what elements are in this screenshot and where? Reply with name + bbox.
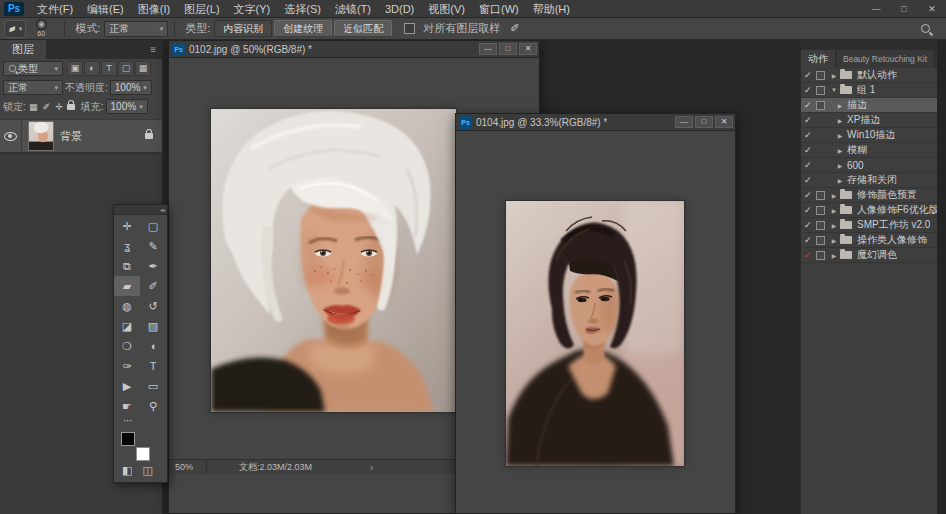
action-row[interactable]: ✓▶SMP工作坊 v2.0 bbox=[801, 218, 937, 233]
clone-stamp-tool-icon[interactable]: ◍ bbox=[114, 296, 140, 316]
menu-item[interactable]: 编辑(E) bbox=[80, 0, 131, 18]
doc-minimize-button[interactable]: — bbox=[675, 116, 693, 128]
action-dialog-toggle[interactable] bbox=[816, 251, 825, 260]
rectangular-marquee-tool-icon[interactable]: ▢ bbox=[140, 216, 166, 236]
action-check-icon[interactable]: ✓ bbox=[804, 70, 815, 80]
layer-filter-select[interactable]: 类型 ▾ bbox=[3, 61, 63, 76]
filter-smart-objects-icon[interactable]: ▦ bbox=[135, 61, 151, 76]
menu-item[interactable]: 选择(S) bbox=[277, 0, 328, 18]
filter-pixel-layers-icon[interactable]: ▣ bbox=[67, 61, 83, 76]
action-check-icon[interactable]: ✓ bbox=[804, 85, 815, 95]
lock-transparency-icon[interactable]: ▦ bbox=[28, 102, 39, 112]
action-row[interactable]: ✓▶修饰颜色预置 bbox=[801, 188, 937, 203]
tab-layers[interactable]: 图层 bbox=[0, 40, 46, 59]
action-check-icon[interactable]: ✓ bbox=[804, 160, 815, 170]
doc-maximize-button[interactable]: □ bbox=[499, 43, 517, 55]
zoom-tool-icon[interactable]: ⚲ bbox=[140, 396, 166, 416]
brush-size-picker[interactable]: 60 bbox=[30, 18, 52, 40]
tool-preset-picker[interactable]: ▰ ▾ bbox=[4, 20, 26, 38]
crop-tool-icon[interactable]: ⧉ bbox=[114, 256, 140, 276]
visibility-eye-icon[interactable] bbox=[4, 132, 17, 141]
action-check-icon[interactable]: ✓ bbox=[804, 130, 815, 140]
doc-close-button[interactable]: ✕ bbox=[715, 116, 733, 128]
chevron-right-icon[interactable]: ▶ bbox=[829, 252, 839, 259]
type-content-aware-button[interactable]: 内容识别 bbox=[214, 20, 272, 37]
menu-item[interactable]: 文件(F) bbox=[30, 0, 80, 18]
action-check-icon[interactable]: ✓ bbox=[804, 175, 815, 185]
chevron-right-icon[interactable]: ▶ bbox=[829, 237, 839, 244]
doc2-canvas[interactable] bbox=[456, 131, 735, 513]
chevron-right-icon[interactable]: ▶ bbox=[835, 162, 845, 169]
lock-all-icon[interactable] bbox=[67, 104, 75, 110]
action-row[interactable]: ✓▶存储和关闭 bbox=[801, 173, 937, 188]
chevron-right-icon[interactable]: ▶ bbox=[835, 147, 845, 154]
chevron-right-icon[interactable]: ▶ bbox=[835, 102, 845, 109]
brush-tool-icon[interactable]: ✐ bbox=[140, 276, 166, 296]
quick-selection-tool-icon[interactable]: ✎ bbox=[140, 236, 166, 256]
hand-tool-icon[interactable]: ☛ bbox=[114, 396, 140, 416]
menu-item[interactable]: 滤镜(T) bbox=[328, 0, 378, 18]
pen-pressure-icon[interactable]: ✐ bbox=[510, 22, 519, 35]
type-proximity-match-button[interactable]: 近似匹配 bbox=[334, 20, 392, 37]
type-tool-icon[interactable]: T bbox=[140, 356, 166, 376]
background-color-swatch[interactable] bbox=[136, 447, 150, 461]
filter-shape-layers-icon[interactable]: ▢ bbox=[118, 61, 134, 76]
zoom-level-field[interactable]: 50% bbox=[169, 460, 207, 474]
filter-adjustment-layers-icon[interactable]: ◐ bbox=[84, 61, 100, 76]
layer-thumbnail[interactable] bbox=[28, 121, 54, 151]
layer-row-background[interactable]: 背景 bbox=[0, 119, 162, 153]
tab-actions[interactable]: 动作 bbox=[801, 50, 836, 68]
doc-minimize-button[interactable]: — bbox=[479, 43, 497, 55]
chevron-right-icon[interactable]: ▶ bbox=[835, 117, 845, 124]
doc1-titlebar[interactable]: Ps 0102.jpg @ 50%(RGB/8#) * — □ ✕ bbox=[169, 41, 539, 58]
move-tool-icon[interactable]: ✛ bbox=[114, 216, 140, 236]
dodge-tool-icon[interactable]: ◖ bbox=[140, 336, 166, 356]
minimize-button[interactable]: — bbox=[862, 0, 890, 17]
mode-select[interactable]: 正常 ▾ bbox=[104, 21, 168, 37]
chevron-right-icon[interactable]: ▶ bbox=[829, 72, 839, 79]
doc2-titlebar[interactable]: Ps 0104.jpg @ 33.3%(RGB/8#) * — □ ✕ bbox=[456, 114, 735, 131]
action-dialog-toggle[interactable] bbox=[816, 86, 825, 95]
action-row[interactable]: ✓▶Win10描边 bbox=[801, 128, 937, 143]
search-icon[interactable] bbox=[921, 24, 930, 33]
action-check-icon[interactable]: ✓ bbox=[804, 145, 815, 155]
action-check-icon[interactable]: ✓ bbox=[804, 220, 815, 230]
quick-mask-icon[interactable]: ◧ bbox=[122, 463, 132, 477]
shape-tool-icon[interactable]: ▭ bbox=[140, 376, 166, 396]
blur-tool-icon[interactable]: ❍ bbox=[114, 336, 140, 356]
menu-item[interactable]: 图像(I) bbox=[131, 0, 177, 18]
opacity-field[interactable]: 100% ▾ bbox=[110, 80, 152, 95]
screen-mode-icon[interactable]: ◫ bbox=[142, 463, 152, 477]
menu-item[interactable]: 图层(L) bbox=[177, 0, 226, 18]
action-check-icon[interactable]: ✓ bbox=[804, 190, 815, 200]
doc-maximize-button[interactable]: □ bbox=[695, 116, 713, 128]
action-check-icon[interactable]: ✓ bbox=[804, 100, 815, 110]
panel-menu-icon[interactable]: ≡ bbox=[150, 40, 162, 59]
collapse-icon[interactable]: ◂◂ bbox=[160, 207, 164, 213]
menu-item[interactable]: 窗口(W) bbox=[472, 0, 526, 18]
chevron-right-icon[interactable]: ▶ bbox=[835, 177, 845, 184]
history-brush-tool-icon[interactable]: ↺ bbox=[140, 296, 166, 316]
blend-mode-select[interactable]: 正常 ▾ bbox=[3, 80, 63, 95]
status-menu-arrow-icon[interactable]: › bbox=[370, 462, 373, 473]
action-dialog-toggle[interactable] bbox=[816, 101, 825, 110]
tab-beauty-retouching-kit[interactable]: Beauty Retouching Kit bbox=[836, 50, 935, 68]
lock-position-icon[interactable]: ✛ bbox=[54, 102, 65, 112]
action-row[interactable]: ✓▶描边 bbox=[801, 98, 937, 113]
eraser-tool-icon[interactable]: ◪ bbox=[114, 316, 140, 336]
menu-item[interactable]: 帮助(H) bbox=[526, 0, 577, 18]
doc-close-button[interactable]: ✕ bbox=[519, 43, 537, 55]
eyedropper-tool-icon[interactable]: ✒ bbox=[140, 256, 166, 276]
chevron-right-icon[interactable]: ▶ bbox=[829, 222, 839, 229]
action-dialog-toggle[interactable] bbox=[816, 206, 825, 215]
action-row[interactable]: ✓▶XP描边 bbox=[801, 113, 937, 128]
action-check-icon[interactable]: ✓ bbox=[804, 115, 815, 125]
action-row[interactable]: ✓▶600 bbox=[801, 158, 937, 173]
action-row[interactable]: ✓▼组 1 bbox=[801, 83, 937, 98]
filter-type-layers-icon[interactable]: T bbox=[101, 61, 117, 76]
visibility-cell[interactable] bbox=[0, 120, 22, 152]
action-dialog-toggle[interactable] bbox=[816, 221, 825, 230]
path-selection-tool-icon[interactable]: ▶ bbox=[114, 376, 140, 396]
menu-item[interactable]: 3D(D) bbox=[378, 0, 421, 18]
pen-tool-icon[interactable]: ✑ bbox=[114, 356, 140, 376]
